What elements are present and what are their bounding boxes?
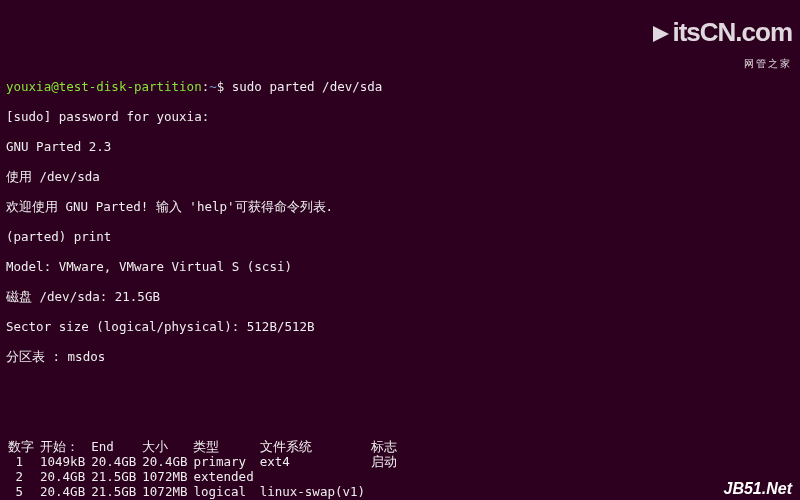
play-icon (650, 30, 672, 44)
partition-table: 数字 开始： End 大小 类型 文件系统 标志 1 1049kB 20.4GB… (6, 439, 403, 499)
command-parted[interactable]: sudo parted /dev/sda (232, 79, 383, 94)
prompt-line-1: youxia@test-disk-partition:~$ sudo parte… (6, 79, 794, 94)
parted-prompt-print: (parted) print (6, 229, 794, 244)
parted-welcome: 欢迎使用 GNU Parted! 输入 'help'可获得命令列表. (6, 199, 794, 214)
partition-header-row: 数字 开始： End 大小 类型 文件系统 标志 (6, 439, 403, 454)
prompt-userhost: youxia@test-disk-partition (6, 79, 202, 94)
parted-device: 使用 /dev/sda (6, 169, 794, 184)
parted-banner: GNU Parted 2.3 (6, 139, 794, 154)
model-line: Model: VMware, VMware Virtual S (scsi) (6, 259, 794, 274)
table-row: 5 20.4GB 21.5GB 1072MB logical linux-swa… (6, 484, 403, 499)
svg-marker-0 (653, 26, 669, 42)
parted-print-cmd[interactable]: print (74, 229, 112, 244)
table-row: 1 1049kB 20.4GB 20.4GB primary ext4 启动 (6, 454, 403, 469)
watermark-bottom: JB51.Net (724, 481, 792, 496)
sector-size-line: Sector size (logical/physical): 512B/512… (6, 319, 794, 334)
watermark-top: itsCN.com 网管之家 (643, 8, 792, 86)
partition-table-type: 分区表 : msdos (6, 349, 794, 364)
sudo-password-prompt: [sudo] password for youxia: (6, 109, 794, 124)
table-row: 2 20.4GB 21.5GB 1072MB extended (6, 469, 403, 484)
disk-size-line: 磁盘 /dev/sda: 21.5GB (6, 289, 794, 304)
